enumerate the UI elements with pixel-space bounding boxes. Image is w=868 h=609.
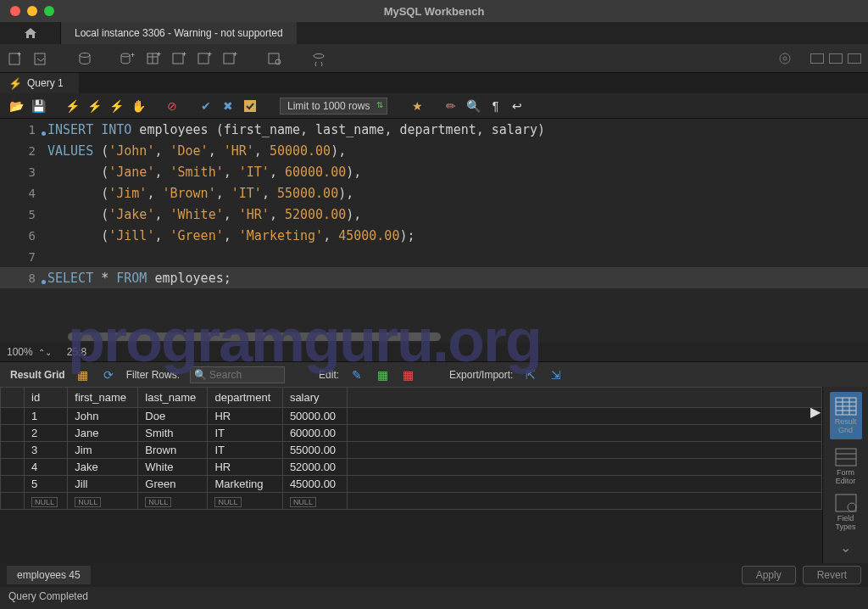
filter-search-wrap: 🔍 (190, 366, 285, 383)
connection-tab[interactable]: Local instance 3306 - Warning - not supp… (61, 22, 297, 44)
svg-point-4 (121, 53, 130, 57)
export-icon[interactable]: ⇱ (523, 367, 538, 383)
query-tab[interactable]: ⚡ Query 1 (0, 73, 79, 93)
panel-right-icon[interactable] (848, 53, 861, 64)
result-toolbar: Result Grid ▦ ⟳ Filter Rows: 🔍 Edit: ✎ ▦… (0, 361, 868, 387)
bolt-icon: ⚡ (8, 77, 22, 90)
svg-point-20 (783, 57, 787, 60)
minimize-window-icon[interactable] (27, 6, 37, 16)
status-footer: Query Completed (0, 587, 868, 606)
stop-icon[interactable]: ✋ (131, 98, 146, 114)
commit-icon[interactable]: ✔ (198, 98, 214, 114)
table-header-row: idfirst_namelast_namedepartmentsalary (1, 388, 822, 408)
sql-toolbar: 📂 💾 ⚡ ⚡ ⚡ ✋ ⊘ ✔ ✖ Limit to 1000 rows ★ ✏… (0, 93, 868, 119)
svg-point-19 (780, 53, 790, 64)
svg-text:+: + (157, 51, 161, 59)
field-types-mode[interactable]: Field Types (835, 494, 857, 531)
result-grid[interactable]: ▶ idfirst_namelast_namedepartmentsalary … (0, 387, 822, 563)
editor-h-scrollbar[interactable] (0, 331, 868, 343)
svg-text:+: + (208, 51, 212, 59)
result-side-panel: Result Grid Form Editor Field Types ⌄ (822, 387, 868, 563)
revert-button[interactable]: Revert (803, 566, 861, 584)
svg-text:+: + (131, 51, 135, 59)
row-limit-select[interactable]: Limit to 1000 rows (280, 98, 387, 115)
reconnect-icon[interactable] (310, 50, 327, 67)
svg-rect-16 (269, 53, 279, 64)
main-toolbar: + + + + + + (0, 44, 868, 73)
db-schema-icon[interactable]: + (120, 50, 137, 67)
autocommit-icon[interactable] (242, 98, 258, 114)
panel-toggle-group (776, 50, 861, 67)
maximize-window-icon[interactable] (44, 6, 54, 16)
proc-add-icon[interactable]: + (197, 50, 214, 67)
refresh-icon[interactable]: ⟳ (101, 367, 116, 383)
find-icon[interactable]: 🔍 (465, 98, 481, 114)
form-editor-mode[interactable]: Form Editor (835, 448, 857, 485)
no-limit-icon[interactable]: ⊘ (164, 98, 180, 114)
search-icon: 🔍 (194, 369, 207, 381)
view-add-icon[interactable]: + (171, 50, 188, 67)
gear-icon[interactable] (776, 50, 793, 67)
panel-left-icon[interactable] (810, 53, 824, 64)
table-row[interactable]: 2JaneSmithIT60000.00 (1, 425, 822, 442)
func-add-icon[interactable]: + (222, 50, 239, 67)
open-sql-icon[interactable] (32, 50, 49, 67)
new-sql-tab-icon[interactable]: + (7, 50, 24, 67)
cursor-position: 25:8 (67, 346, 86, 358)
search-table-icon[interactable] (266, 50, 283, 67)
apply-button[interactable]: Apply (742, 566, 796, 584)
svg-point-3 (80, 53, 90, 57)
connection-tab-bar: Local instance 3306 - Warning - not supp… (0, 22, 868, 44)
delete-row-icon[interactable]: ▦ (400, 367, 415, 383)
query-tab-label: Query 1 (27, 77, 64, 89)
wrap-icon[interactable]: ↩ (509, 98, 525, 114)
star-icon[interactable]: ★ (409, 98, 425, 114)
bottom-tab-bar: employees 45 Apply Revert (0, 563, 868, 587)
editor-status-bar: 100%⌃⌄ 25:8 (0, 343, 868, 361)
table-row[interactable]: 1JohnDoeHR50000.00 (1, 408, 822, 425)
execute-icon[interactable]: ⚡ (64, 98, 80, 114)
svg-point-18 (314, 53, 324, 58)
open-file-icon[interactable]: 📂 (8, 98, 24, 114)
result-grid-label: Result Grid (10, 369, 65, 381)
table-null-row[interactable]: NULLNULLNULLNULLNULL (1, 493, 822, 510)
table-row[interactable]: 5JillGreenMarketing45000.00 (1, 476, 822, 493)
svg-rect-21 (244, 100, 256, 112)
beautify-icon[interactable]: ✏ (443, 98, 459, 114)
invisible-chars-icon[interactable]: ¶ (487, 98, 503, 114)
server-admin-icon[interactable] (76, 50, 93, 67)
edit-row-icon[interactable]: ✎ (349, 367, 364, 383)
table-row[interactable]: 3JimBrownIT55000.00 (1, 442, 822, 459)
home-icon (23, 26, 38, 40)
zoom-control[interactable]: 100%⌃⌄ (7, 346, 52, 358)
filter-rows-label: Filter Rows: (126, 369, 180, 381)
title-bar: MySQL Workbench (0, 0, 868, 22)
svg-rect-28 (836, 449, 856, 466)
home-tab[interactable] (0, 22, 61, 44)
save-file-icon[interactable]: 💾 (31, 98, 46, 114)
panel-bottom-icon[interactable] (829, 53, 843, 64)
edit-label: Edit: (319, 369, 339, 381)
result-tab[interactable]: employees 45 (7, 566, 91, 584)
window-controls (0, 6, 54, 16)
svg-text:+: + (182, 51, 186, 59)
chevron-down-icon[interactable]: ⌄ (840, 539, 851, 556)
explain-icon[interactable]: ⚡ (108, 98, 124, 114)
sql-editor[interactable]: 1INSERT INTO employees (first_name, last… (0, 119, 868, 343)
grid-view-icon[interactable]: ▦ (75, 367, 91, 383)
svg-text:+: + (17, 51, 21, 59)
svg-point-32 (848, 503, 856, 511)
close-window-icon[interactable] (10, 6, 20, 16)
add-row-icon[interactable]: ▦ (375, 367, 390, 383)
svg-text:+: + (233, 51, 237, 59)
table-row[interactable]: 4JakeWhiteHR52000.00 (1, 459, 822, 476)
execute-current-icon[interactable]: ⚡ (86, 98, 102, 114)
import-icon[interactable]: ⇲ (548, 367, 564, 383)
status-text: Query Completed (8, 590, 88, 602)
export-label: Export/Import: (449, 369, 513, 381)
rollback-icon[interactable]: ✖ (220, 98, 236, 114)
table-add-icon[interactable]: + (146, 50, 163, 67)
collapse-panel-icon[interactable]: ▶ (810, 404, 821, 420)
result-grid-mode[interactable]: Result Grid (830, 392, 862, 439)
app-title: MySQL Workbench (384, 5, 485, 18)
